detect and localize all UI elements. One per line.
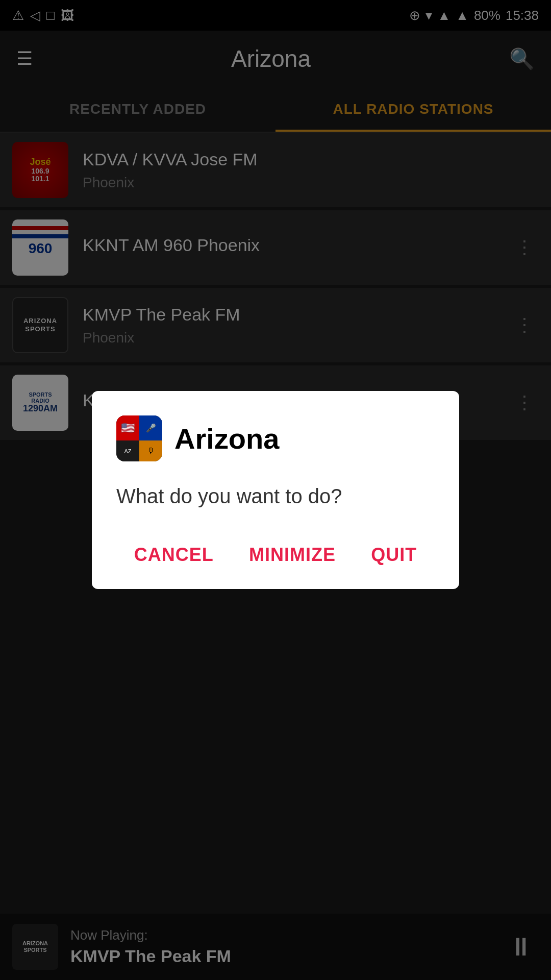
modal-header: 🇺🇸 🎤 AZ 🎙 Arizona [116,415,435,461]
modal-dialog: 🇺🇸 🎤 AZ 🎙 Arizona What do you want to do… [92,391,459,589]
modal-message: What do you want to do? [116,482,435,510]
quit-button[interactable]: QUIT [361,539,427,571]
icon-quad-1: 🇺🇸 [116,415,139,440]
minimize-button[interactable]: MINIMIZE [239,539,346,571]
cancel-button[interactable]: CANCEL [124,539,224,571]
modal-overlay: 🇺🇸 🎤 AZ 🎙 Arizona What do you want to do… [0,0,551,980]
modal-app-title: Arizona [174,422,279,455]
icon-quad-2: 🎤 [139,415,162,440]
icon-quad-3: AZ [116,440,139,461]
modal-buttons: CANCEL MINIMIZE QUIT [116,539,435,571]
icon-quad-4: 🎙 [139,440,162,461]
modal-app-icon: 🇺🇸 🎤 AZ 🎙 [116,415,162,461]
